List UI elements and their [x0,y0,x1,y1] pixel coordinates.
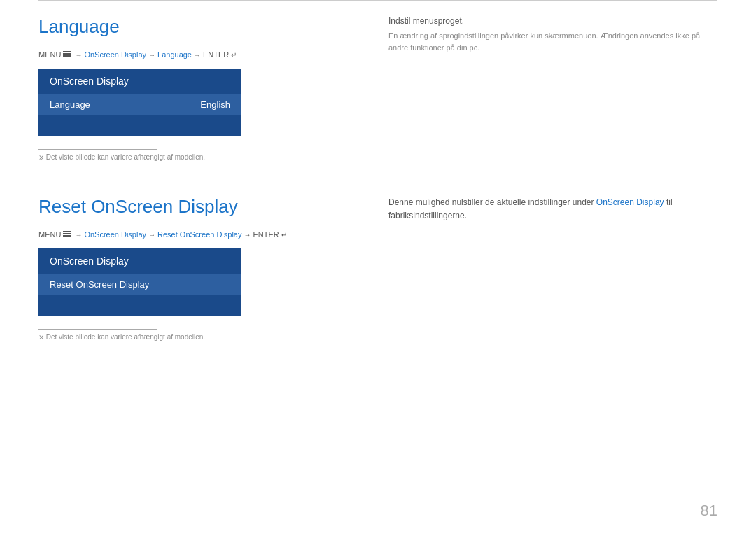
reset-footnote: Det viste billede kan variere afhængigt … [38,333,312,341]
enter-label: ENTER [203,50,229,59]
section-reset: Reset OnScreen Display MENU → OnScreen D… [38,196,718,341]
menu-label: MENU [38,50,61,59]
language-desc-title: Indstil menusproget. [388,16,718,26]
reset-menu-header: OnScreen Display [38,248,241,274]
reset-breadcrumb: MENU → OnScreen Display → Reset OnScreen… [38,230,312,239]
reset-breadcrumb-link-1: OnScreen Display [84,230,146,239]
reset-arrow-3: → [244,231,251,239]
language-breadcrumb: MENU → OnScreen Display → Language → ENT… [38,50,312,59]
breadcrumb-link-2: Language [158,50,192,59]
section-divider [38,161,718,196]
language-footnote-area: Det viste billede kan variere afhængigt … [38,149,312,161]
reset-footnote-area: Det viste billede kan variere afhængigt … [38,329,312,341]
language-title: Language [38,16,312,38]
reset-menu-label: MENU [38,230,61,239]
language-menu-empty-row [38,115,241,136]
language-left: Language MENU → OnScreen Display → Langu… [38,16,312,161]
reset-desc-highlight: OnScreen Display [596,197,664,207]
language-menu-ui: OnScreen Display Language English [38,69,241,136]
menu-icon [63,51,72,58]
breadcrumb-link-1: OnScreen Display [84,50,146,59]
language-right: Indstil menusproget. En ændring af sprog… [312,16,718,161]
reset-desc-prefix: Denne mulighed nulstiller de aktuelle in… [388,197,596,207]
language-row-value: English [200,99,230,110]
section-language: Language MENU → OnScreen Display → Langu… [38,1,718,161]
language-menu-row: Language English [38,94,241,115]
reset-right: Denne mulighed nulstiller de aktuelle in… [312,196,718,341]
reset-menu-row: Reset OnScreen Display [38,274,241,295]
page-container: Language MENU → OnScreen Display → Langu… [0,0,756,534]
reset-enter-label: ENTER [253,230,279,239]
arrow-2: → [148,51,155,59]
language-desc-text: En ændring af sprogindstillingen påvirke… [388,30,718,53]
reset-menu-icon [63,231,72,238]
enter-icon: ↵ [231,51,237,59]
reset-arrow-1: → [75,231,82,239]
reset-footnote-line [38,329,158,330]
reset-menu-empty-row [38,295,241,316]
arrow-1: → [75,51,82,59]
reset-desc-text: Denne mulighed nulstiller de aktuelle in… [388,196,718,223]
reset-row-label: Reset OnScreen Display [50,279,149,290]
reset-enter-icon: ↵ [281,231,287,239]
reset-breadcrumb-link-2: Reset OnScreen Display [158,230,241,239]
reset-menu-ui: OnScreen Display Reset OnScreen Display [38,248,241,316]
language-menu-header: OnScreen Display [38,69,241,94]
reset-left: Reset OnScreen Display MENU → OnScreen D… [38,196,312,341]
arrow-3: → [194,51,201,59]
language-footnote-line [38,149,158,150]
page-number: 81 [701,502,718,520]
reset-arrow-2: → [148,231,155,239]
language-row-label: Language [50,99,90,110]
language-footnote: Det viste billede kan variere afhængigt … [38,153,312,161]
reset-title: Reset OnScreen Display [38,196,312,218]
